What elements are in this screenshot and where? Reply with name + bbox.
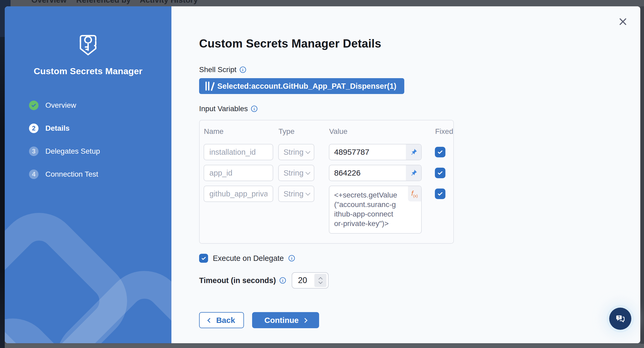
timeout-label: Timeout (in seconds) — [199, 276, 276, 285]
column-header-type: Type — [278, 125, 329, 139]
table-row — [204, 186, 278, 202]
chat-question-icon: ? — [614, 313, 626, 325]
pin-icon[interactable] — [406, 165, 421, 181]
variable-type-select[interactable]: String — [278, 165, 314, 181]
table-row: String — [278, 165, 329, 181]
selected-template-chip[interactable]: Selected:account.GitHub_App_PAT_Dispense… — [199, 78, 404, 94]
table-row: <+secrets.getValue ("account.suranc-g it… — [329, 186, 431, 234]
expression-fx-icon[interactable]: f(x) — [408, 186, 421, 201]
step-label: Delegates Setup — [45, 147, 100, 156]
chevron-left-icon — [207, 318, 212, 323]
back-button[interactable]: Back — [199, 312, 244, 328]
step-label: Details — [45, 124, 70, 133]
number-stepper[interactable] — [314, 274, 326, 287]
tab-activity-history[interactable]: Activity History — [140, 0, 198, 4]
column-header-value: Value — [329, 125, 431, 139]
step-connection-test[interactable]: 4 Connection Test — [29, 170, 171, 179]
variable-value-expression-textarea[interactable]: <+secrets.getValue ("account.suranc-g it… — [329, 186, 421, 233]
fixed-checkbox[interactable] — [435, 168, 445, 178]
timeout-input-group — [292, 272, 329, 289]
backdrop-topbar: Overview Referenced by Activity History — [11, 0, 644, 6]
sidebar-title: Custom Secrets Manager — [5, 66, 171, 76]
input-variables-label: Input Variables — [199, 105, 248, 113]
step-label: Connection Test — [45, 170, 98, 178]
step-label: Overview — [45, 101, 76, 110]
step-overview[interactable]: Overview — [29, 101, 171, 110]
input-variables-table: Name Type Value Fixed String — [199, 120, 454, 244]
chevron-down-icon — [305, 191, 310, 195]
chevron-down-icon — [305, 170, 310, 175]
backdrop-right-strip — [640, 6, 644, 344]
table-row — [329, 165, 431, 181]
tab-referenced-by[interactable]: Referenced by — [76, 0, 131, 4]
tab-overview[interactable]: Overview — [31, 0, 66, 4]
column-header-fixed: Fixed — [435, 125, 453, 139]
shell-script-label: Shell Script — [199, 65, 237, 74]
variable-name-input[interactable] — [204, 165, 273, 181]
table-row: String — [278, 186, 329, 202]
info-icon[interactable] — [280, 277, 286, 284]
wizard-steps: Overview 2 Details 3 Delegates Setup 4 C… — [5, 101, 171, 179]
table-row — [435, 144, 453, 157]
step-number-badge: 4 — [29, 170, 39, 179]
column-header-name: Name — [204, 125, 278, 139]
template-library-icon — [205, 82, 212, 91]
close-icon[interactable] — [618, 17, 628, 26]
secrets-manager-shield-key-icon — [76, 33, 100, 58]
fixed-checkbox[interactable] — [435, 147, 445, 157]
secrets-manager-wizard-modal: Custom Secrets Manager Overview 2 Detail… — [5, 6, 640, 343]
variable-name-input[interactable] — [204, 186, 273, 202]
info-icon[interactable] — [251, 106, 257, 112]
backdrop-left-strip — [0, 37, 5, 348]
svg-text:?: ? — [618, 315, 620, 319]
table-row — [204, 144, 278, 160]
table-row — [435, 186, 453, 199]
step-number-badge: 2 — [29, 124, 39, 133]
wizard-content: Custom Secrets Manager Details Shell Scr… — [171, 6, 640, 343]
info-icon[interactable] — [240, 67, 246, 73]
variable-value-input[interactable] — [329, 165, 406, 181]
help-chat-fab[interactable]: ? — [609, 308, 631, 330]
variable-type-select[interactable]: String — [278, 186, 314, 202]
variable-name-input[interactable] — [204, 144, 273, 160]
fixed-checkbox[interactable] — [435, 189, 445, 199]
info-icon[interactable] — [289, 255, 295, 261]
step-delegates-setup[interactable]: 3 Delegates Setup — [29, 147, 171, 156]
wizard-sidebar: Custom Secrets Manager Overview 2 Detail… — [5, 6, 171, 343]
chevron-down-icon — [318, 280, 323, 284]
continue-button[interactable]: Continue — [252, 312, 319, 328]
timeout-input[interactable] — [292, 276, 314, 285]
step-number-badge: 3 — [29, 147, 39, 156]
table-row: String — [278, 144, 329, 160]
chevron-right-icon — [303, 318, 307, 323]
variable-value-input[interactable] — [329, 144, 406, 160]
table-row — [435, 165, 453, 178]
page-title: Custom Secrets Manager Details — [199, 37, 640, 50]
step-done-check-icon — [29, 101, 39, 110]
execute-on-delegate-checkbox[interactable] — [199, 254, 208, 263]
pin-icon[interactable] — [406, 144, 421, 160]
step-details[interactable]: 2 Details — [29, 124, 171, 133]
variable-type-select[interactable]: String — [278, 144, 314, 160]
execute-on-delegate-label: Execute on Delegate — [213, 254, 284, 263]
chevron-down-icon — [305, 149, 310, 154]
backdrop-bottom-strip — [5, 344, 644, 348]
table-row — [204, 165, 278, 181]
table-row — [329, 144, 431, 160]
selected-template-label: Selected:account.GitHub_App_PAT_Dispense… — [217, 82, 396, 91]
